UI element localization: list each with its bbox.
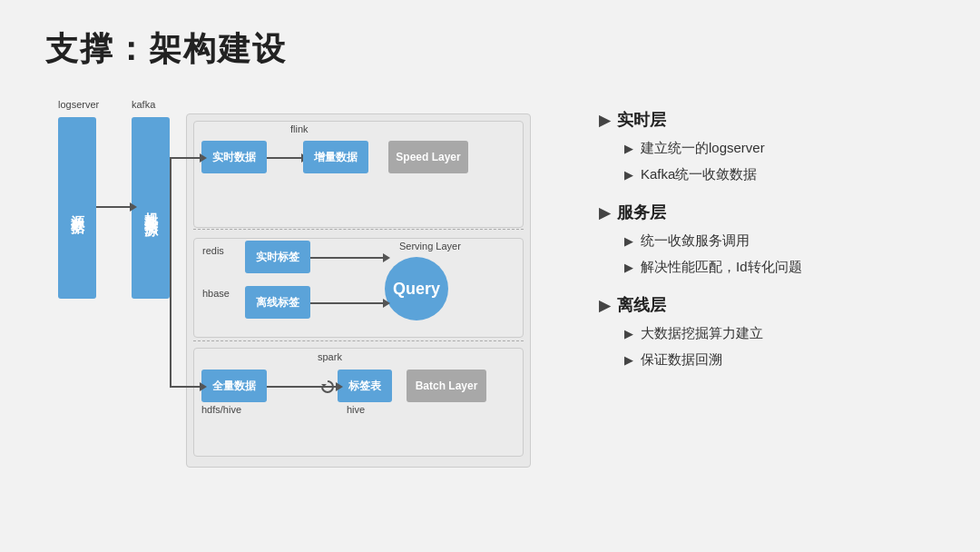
sub-offline-1-label: 大数据挖掘算力建立 — [641, 325, 763, 342]
query-block: Query — [385, 257, 448, 320]
page-title: 支撑：架构建设 — [45, 27, 944, 72]
sub-offline-1: ▶ 大数据挖掘算力建立 — [624, 325, 944, 342]
sub-offline-2-label: 保证数据回溯 — [641, 351, 722, 369]
flink-label: flink — [290, 123, 309, 134]
arrow-icon-sub-2: ▶ — [624, 168, 633, 182]
tag-table-block: 标签表 — [338, 370, 392, 402]
sub-realtime-1-label: 建立统一的logserver — [641, 140, 765, 157]
hdfs-hive-label: hdfs/hive — [201, 404, 241, 415]
divider-1 — [193, 229, 524, 230]
sub-serving-1: ▶ 统一收敛服务调用 — [624, 232, 944, 250]
diagram-container: logserver kafka 源数据 规整数据源 flink 实时数据 — [45, 97, 572, 497]
arrow-icon-sub-6: ▶ — [624, 353, 633, 367]
hive-label: hive — [347, 404, 365, 415]
section-realtime-label: 实时层 — [617, 109, 666, 131]
arrow-icon-2: ▶ — [599, 204, 610, 222]
arrow-full-tag — [267, 386, 338, 388]
realtime-data-block: 实时数据 — [201, 141, 267, 173]
arrow-source-normalize — [96, 206, 132, 208]
source-data-block: 源数据 — [58, 117, 96, 299]
kafka-label: kafka — [132, 99, 155, 110]
sub-serving-1-label: 统一收敛服务调用 — [641, 232, 750, 250]
redis-label: redis — [202, 245, 224, 256]
speed-layer-box — [193, 121, 524, 228]
arrow-otag-query — [310, 302, 385, 304]
serving-layer-box — [193, 238, 524, 338]
batch-layer-box — [193, 348, 524, 457]
section-offline: ▶ 离线层 — [599, 294, 944, 316]
section-realtime: ▶ 实时层 — [599, 109, 944, 131]
sub-realtime-2: ▶ Kafka统一收敛数据 — [624, 166, 944, 183]
sub-realtime-1: ▶ 建立统一的logserver — [624, 140, 944, 157]
sub-realtime-2-label: Kafka统一收敛数据 — [641, 166, 757, 183]
sub-offline-2: ▶ 保证数据回溯 — [624, 351, 944, 369]
slide: 支撑：架构建设 logserver kafka 源数据 规整数据源 — [0, 0, 980, 552]
speed-layer-block: Speed Layer — [388, 141, 468, 173]
diagram-area: logserver kafka 源数据 规整数据源 flink 实时数据 — [45, 97, 572, 522]
full-data-block: 全量数据 — [201, 370, 267, 402]
hbase-label: hbase — [202, 288, 230, 299]
sub-serving-2: ▶ 解决性能匹配，Id转化问题 — [624, 259, 944, 276]
arrow-icon-3: ▶ — [599, 297, 610, 314]
arrow-norm-full — [170, 386, 201, 388]
offline-tag-block: 离线标签 — [245, 286, 310, 319]
logserver-label: logserver — [58, 99, 99, 110]
normalize-block: 规整数据源 — [132, 117, 170, 299]
arrow-icon-sub-3: ▶ — [624, 234, 633, 248]
arrow-v-line — [170, 157, 172, 386]
text-panel: ▶ 实时层 ▶ 建立统一的logserver ▶ Kafka统一收敛数据 ▶ 服… — [599, 97, 944, 522]
arrow-icon-sub-5: ▶ — [624, 327, 633, 340]
arrow-icon-sub-4: ▶ — [624, 261, 633, 274]
arrow-norm-rt — [170, 157, 201, 159]
batch-layer-block: Batch Layer — [407, 370, 486, 402]
incremental-data-block: 增量数据 — [303, 141, 368, 173]
realtime-tag-block: 实时标签 — [245, 241, 310, 273]
section-serving: ▶ 服务层 — [599, 202, 944, 223]
content-area: logserver kafka 源数据 规整数据源 flink 实时数据 — [45, 97, 944, 522]
section-serving-label: 服务层 — [617, 202, 666, 223]
arrow-icon-1: ▶ — [599, 112, 610, 129]
divider-2 — [193, 340, 524, 341]
sub-serving-2-label: 解决性能匹配，Id转化问题 — [641, 259, 802, 276]
arrow-realtime-incr — [267, 157, 303, 159]
arrow-icon-sub-1: ▶ — [624, 142, 633, 155]
section-offline-label: 离线层 — [617, 294, 666, 316]
arrow-rtag-query — [310, 257, 385, 259]
spark-label: spark — [318, 351, 342, 362]
serving-layer-label: Serving Layer — [399, 241, 461, 251]
